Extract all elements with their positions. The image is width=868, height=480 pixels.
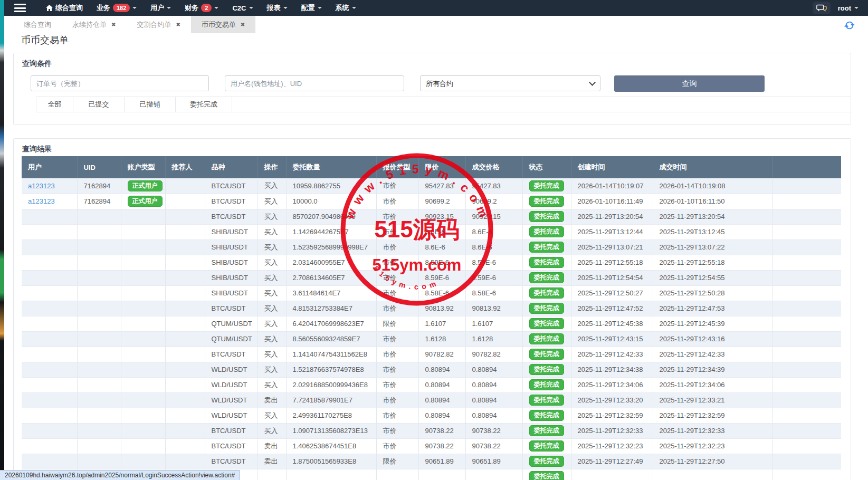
navbar-right: root [813, 0, 859, 16]
notification-badge: 182 [113, 4, 130, 12]
column-header: 创建时间 [571, 156, 653, 178]
nav-item-label: 配置 [301, 3, 315, 13]
status-badge: 委托完成 [529, 456, 564, 467]
nav-item[interactable]: 综合查询 [46, 3, 83, 13]
search-button[interactable]: 查询 [614, 75, 765, 92]
status-badge: 委托完成 [529, 395, 564, 406]
status-badge: 委托完成 [529, 471, 564, 480]
nav-item-label: C2C [232, 4, 246, 12]
table-row: WLD/USDT卖出7.724185879901E7市价0.808940.808… [22, 392, 841, 408]
caret-down-icon [352, 7, 356, 11]
column-header: 成交价格 [465, 156, 522, 178]
tab-永续持仓单[interactable]: 永续持仓单✖ [62, 16, 126, 33]
hamburger-menu-icon[interactable] [14, 4, 26, 12]
results-table-wrap: 用户UID账户类型推荐人品种操作委托数量报价类型限价成交价格状态创建时间成交时间… [22, 156, 841, 480]
caret-down-icon [214, 7, 218, 11]
status-badge: 委托完成 [529, 211, 564, 222]
column-header: 委托数量 [286, 156, 376, 178]
table-row: a1231237162894正式用户BTC/USDT买入10959.886275… [22, 178, 841, 194]
status-badge: 委托完成 [529, 180, 564, 191]
status-badge: 委托完成 [529, 242, 564, 253]
tab-币币交易单[interactable]: 币币交易单✖ [191, 16, 255, 33]
column-header: 成交时间 [653, 156, 772, 178]
column-header: 用户 [22, 156, 77, 178]
status-badge: 委托完成 [529, 196, 564, 207]
nav-item[interactable]: 用户 [150, 3, 171, 13]
nav-item[interactable]: 财务2 [185, 3, 218, 13]
nav-item-label: 用户 [150, 3, 164, 13]
status-badge: 委托完成 [529, 440, 564, 452]
column-header: 推荐人 [165, 156, 205, 178]
tab-综合查询[interactable]: 综合查询 [13, 16, 62, 33]
close-icon[interactable]: ✖ [176, 22, 180, 27]
status-badge: 委托完成 [529, 410, 564, 421]
close-icon[interactable]: ✖ [241, 22, 245, 27]
caret-down-icon [249, 7, 253, 11]
status-badge: 委托完成 [529, 303, 564, 314]
caret-down-icon [167, 7, 171, 11]
close-icon[interactable]: ✖ [111, 22, 116, 27]
table-row: BTC/USDT买入4.815312753384E7市价90813.929081… [22, 301, 841, 316]
table-row: SHIB/USDT买入3.611484614E7市价8.58E-68.58E-6… [22, 285, 841, 301]
table-row: WLD/USDT买入1.521876637574978E8市价0.808940.… [22, 362, 841, 377]
column-header: 限价 [418, 156, 465, 178]
results-panel: 查询结果 用户UID账户类型推荐人品种操作委托数量报价类型限价成交价格状态创建时… [13, 138, 851, 480]
nav-item[interactable]: C2C [232, 4, 253, 12]
filter-已撤销[interactable]: 已撤销 [125, 97, 176, 112]
tab-label: 币币交易单 [202, 20, 236, 30]
status-badge: 委托完成 [529, 425, 564, 436]
navbar-menu: 综合查询业务182用户财务2C2C报表配置系统 [46, 3, 356, 13]
table-row: SHIB/USDT买入2.0314600955E7市价8.59E-68.59E-… [22, 255, 841, 270]
column-header [772, 156, 841, 178]
chat-button[interactable] [813, 2, 831, 14]
table-row: BTC/USDT买入1.090713135608273E13市价90738.22… [22, 423, 841, 438]
column-header: 操作 [257, 156, 286, 178]
contract-select-wrap: 所有合约 [420, 75, 600, 91]
username-input[interactable] [225, 75, 404, 91]
column-header: 状态 [522, 156, 571, 178]
nav-item-label: 业务 [97, 3, 110, 13]
column-header: 账户类型 [121, 156, 165, 178]
status-badge: 委托完成 [529, 257, 564, 268]
nav-item[interactable]: 报表 [267, 3, 288, 13]
table-row: SHIB/USDT买入1.14269442675E7市价8.6E-68.6E-6… [22, 224, 841, 239]
background-window-sliver [0, 0, 4, 480]
table-row: SHIB/USDT买入2.7086134605E7市价8.59E-68.59E-… [22, 270, 841, 285]
nav-item-label: 财务 [185, 3, 198, 13]
user-dropdown[interactable]: root [838, 4, 859, 12]
status-filter-tabs: 全部已提交已撤销委托完成 [36, 97, 851, 112]
nav-item-label: 系统 [336, 3, 349, 13]
open-tabs-bar: 综合查询永续持仓单✖交割合约单✖币币交易单✖ [4, 16, 868, 33]
contract-select[interactable]: 所有合约 [420, 75, 600, 91]
table-row: a1231237162894正式用户BTC/USDT买入10000.0市价906… [22, 194, 841, 209]
status-badge: 委托完成 [529, 226, 564, 237]
caret-down-icon [854, 7, 859, 11]
nav-item[interactable]: 系统 [336, 3, 356, 13]
tab-交割合约单[interactable]: 交割合约单✖ [126, 16, 190, 33]
status-url: 20260109hd.haiwaiym26.top/admin2025/norm… [5, 472, 235, 479]
status-badge: 委托完成 [529, 333, 564, 344]
status-badge: 委托完成 [529, 349, 564, 360]
table-row: WLD/USDT买入2.499361170275E8市价0.808940.808… [22, 408, 841, 423]
table-row: QTUM/USDT买入8.56055609324859E7市价1.61281.6… [22, 331, 841, 347]
table-row: BTC/USDT买入8570207.904986499市价90923.15909… [22, 209, 841, 224]
user-link[interactable]: a123123 [28, 182, 55, 190]
refresh-button[interactable] [844, 20, 855, 33]
caret-down-icon [132, 7, 137, 11]
nav-item-label: 报表 [267, 3, 281, 13]
refresh-icon [844, 20, 855, 31]
nav-item[interactable]: 业务182 [97, 3, 137, 13]
nav-item-label: 综合查询 [55, 3, 83, 13]
nav-item[interactable]: 配置 [301, 3, 322, 13]
filter-已提交[interactable]: 已提交 [73, 97, 125, 112]
filter-全部[interactable]: 全部 [36, 97, 73, 112]
order-number-input[interactable] [31, 75, 209, 91]
column-header: 品种 [205, 156, 257, 178]
column-header: UID [77, 156, 121, 178]
user-link[interactable]: a123123 [28, 197, 55, 205]
status-badge: 委托完成 [529, 272, 564, 283]
caret-down-icon [283, 7, 288, 11]
top-navbar: 综合查询业务182用户财务2C2C报表配置系统 root [0, 0, 868, 16]
filter-委托完成[interactable]: 委托完成 [176, 97, 232, 112]
status-badge: 委托完成 [529, 287, 564, 299]
